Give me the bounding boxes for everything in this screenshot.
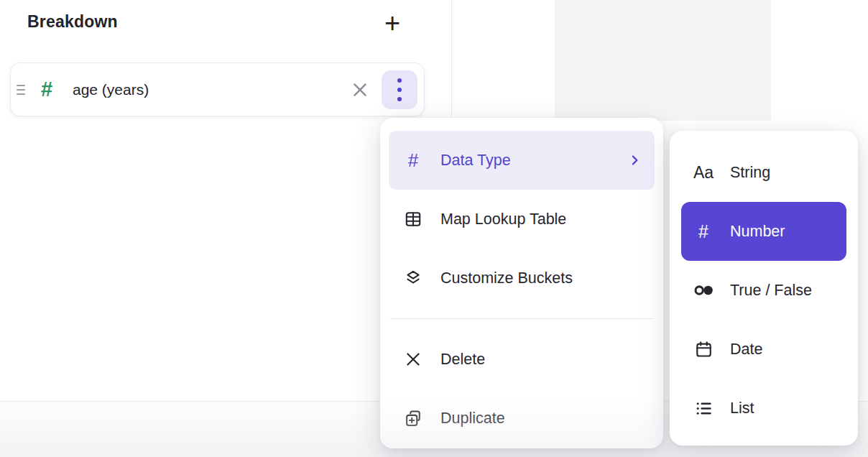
submenu-item-label: String bbox=[730, 164, 770, 182]
field-label: age (years) bbox=[73, 81, 149, 98]
x-icon bbox=[404, 350, 423, 369]
menu-item-map-lookup-table[interactable]: Map Lookup Table bbox=[389, 190, 655, 249]
submenu-item-list[interactable]: List bbox=[681, 379, 846, 438]
hash-icon: # bbox=[408, 151, 418, 170]
drag-handle-icon[interactable] bbox=[17, 85, 25, 95]
toggle-circles-icon bbox=[693, 280, 714, 300]
menu-item-label: Duplicate bbox=[440, 410, 505, 428]
menu-item-label: Map Lookup Table bbox=[440, 211, 566, 228]
page-title: Breakdown bbox=[27, 12, 118, 32]
chart-canvas-placeholder bbox=[555, 0, 771, 121]
submenu-item-date[interactable]: Date bbox=[681, 320, 846, 379]
table-icon bbox=[404, 210, 423, 228]
add-breakdown-button[interactable]: + bbox=[377, 7, 408, 39]
field-options-button[interactable] bbox=[382, 70, 417, 109]
menu-divider bbox=[390, 318, 653, 319]
menu-item-label: Delete bbox=[440, 351, 485, 369]
number-type-icon: # bbox=[37, 79, 57, 100]
submenu-item-number[interactable]: # Number bbox=[681, 202, 846, 261]
hash-icon: # bbox=[698, 223, 708, 241]
menu-item-delete[interactable]: Delete bbox=[389, 330, 655, 389]
kebab-menu-icon bbox=[397, 78, 402, 83]
menu-item-label: Data Type bbox=[440, 152, 511, 170]
text-icon: Aa bbox=[693, 165, 714, 181]
close-icon bbox=[351, 80, 369, 99]
menu-item-label: Customize Buckets bbox=[440, 269, 573, 287]
chevron-right-icon bbox=[627, 153, 642, 167]
field-context-menu: # Data Type Map Lookup Table Customize B… bbox=[380, 118, 663, 448]
data-type-submenu: Aa String # Number True / False Date Lis… bbox=[670, 131, 858, 446]
submenu-item-label: True / False bbox=[730, 282, 812, 300]
menu-item-duplicate[interactable]: Duplicate bbox=[389, 389, 655, 448]
remove-field-button[interactable] bbox=[348, 78, 372, 102]
duplicate-icon bbox=[404, 409, 423, 428]
plus-icon: + bbox=[384, 9, 400, 37]
submenu-item-true-false[interactable]: True / False bbox=[681, 261, 846, 320]
menu-item-data-type[interactable]: # Data Type bbox=[389, 131, 655, 190]
submenu-item-string[interactable]: Aa String bbox=[681, 143, 846, 202]
layers-icon bbox=[404, 269, 423, 287]
submenu-item-label: List bbox=[730, 400, 754, 417]
list-icon bbox=[694, 399, 714, 418]
calendar-icon bbox=[694, 340, 714, 359]
submenu-item-label: Number bbox=[730, 223, 785, 241]
breakdown-field-card[interactable]: # age (years) bbox=[10, 63, 425, 116]
menu-item-customize-buckets[interactable]: Customize Buckets bbox=[389, 249, 655, 308]
submenu-item-label: Date bbox=[730, 341, 762, 359]
